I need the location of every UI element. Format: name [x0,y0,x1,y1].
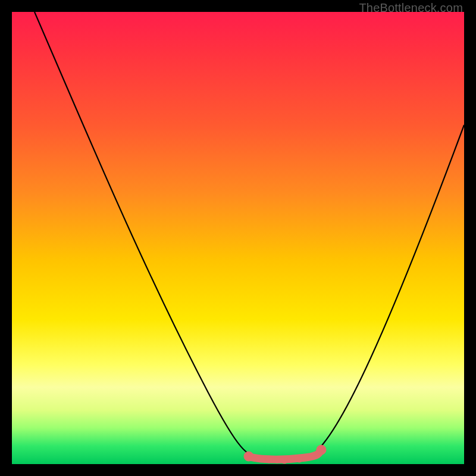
svg-point-3 [281,456,288,464]
chart-svg [12,12,464,464]
bottleneck-curve [35,12,464,459]
watermark-text: TheBottleneck.com [359,1,463,15]
svg-point-0 [244,452,253,461]
outer-frame: TheBottleneck.com [0,0,476,476]
svg-point-4 [296,455,303,462]
plot-area [12,12,464,464]
svg-point-1 [317,445,326,455]
svg-point-2 [265,456,273,463]
flat-region-markers [244,445,326,464]
